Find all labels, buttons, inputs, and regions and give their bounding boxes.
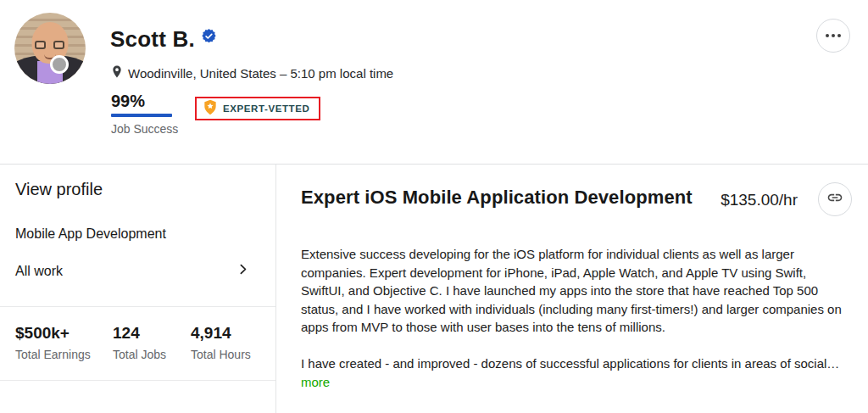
sidebar-item-all-work[interactable]: All work [15,262,250,280]
overview-paragraph: Extensive success developing for the iOS… [301,245,843,337]
presence-status-dot [50,55,69,74]
specialization-title: Expert iOS Mobile Application Developmen… [301,187,721,209]
stat-label: Total Earnings [15,348,113,361]
stat-value: $500k+ [15,324,113,343]
sidebar-item-label: All work [15,264,63,279]
more-link[interactable]: more [301,373,330,391]
stats-row: $500k+ Total Earnings 124 Total Jobs 4,9… [15,324,251,361]
specialization-panel: Expert iOS Mobile Application Developmen… [301,165,852,391]
expert-vetted-label: EXPERT-VETTED [223,103,309,114]
ellipsis-icon [826,34,841,37]
copy-link-button[interactable] [818,182,852,216]
avatar-glasses [53,41,64,49]
location-pin-icon [111,64,123,82]
sidebar-item-mobile-app-development[interactable]: Mobile App Development [15,226,166,242]
verified-check-icon [202,29,216,47]
job-success-value: 99% [111,92,178,111]
hourly-rate: $135.00/hr [721,191,798,209]
location-text: Woodinville, United States – 5:10 pm loc… [128,66,393,81]
name-row: Scott B. [110,26,216,53]
stat-label: Total Jobs [113,348,191,361]
location-row: Woodinville, United States – 5:10 pm loc… [111,64,393,82]
view-profile-heading: View profile [15,180,103,199]
sidebar-section-divider [0,380,275,381]
job-success-bar [111,114,172,117]
expert-vetted-badge: EXPERT-VETTED [195,97,320,120]
profile-overview: Extensive success developing for the iOS… [301,245,843,372]
sidebar-divider [275,165,276,413]
stat-value: 4,914 [191,324,251,343]
link-icon [826,189,843,209]
overview-paragraph: I have created - and improved - dozens o… [301,354,843,373]
stat-total-earnings: $500k+ Total Earnings [15,324,113,361]
avatar-glasses [35,41,46,49]
job-success-label: Job Success [111,122,178,136]
profile-sidebar: View profile Mobile App Development All … [0,165,275,413]
stat-total-jobs: 124 Total Jobs [113,324,191,361]
avatar [14,13,86,84]
chevron-right-icon [236,262,250,280]
freelancer-name: Scott B. [110,26,195,53]
more-options-button[interactable] [816,19,850,53]
sidebar-item-label: Mobile App Development [15,226,166,241]
title-row: Expert iOS Mobile Application Developmen… [301,187,852,220]
shield-star-icon [203,99,217,119]
job-success-block: 99% Job Success [111,92,178,136]
profile-page: Scott B. Woodinville, United States – 5:… [0,0,868,413]
sidebar-section-divider [0,306,275,307]
stat-label: Total Hours [191,348,251,361]
stat-value: 124 [113,324,191,343]
stat-total-hours: 4,914 Total Hours [191,324,251,361]
